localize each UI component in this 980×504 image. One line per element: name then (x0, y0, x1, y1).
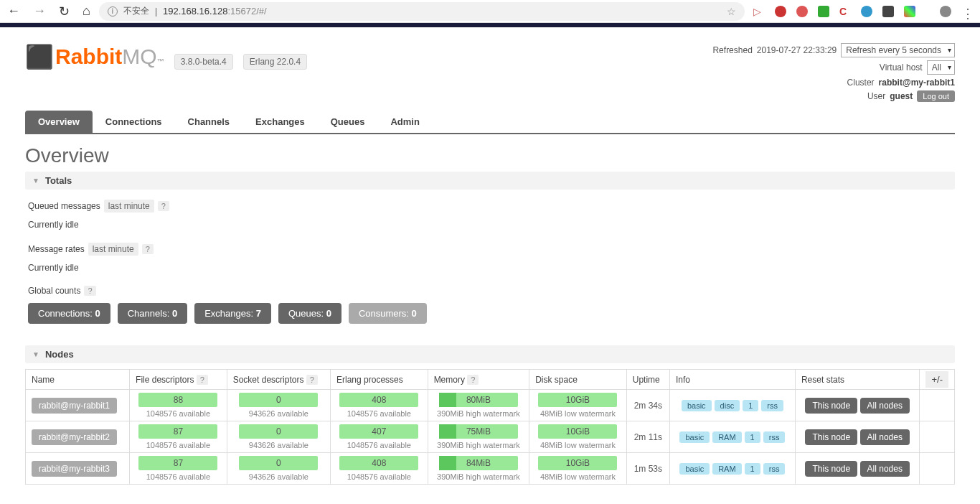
refreshed-timestamp: 2019-07-27 22:33:29 (757, 45, 837, 55)
info-tag[interactable]: basic (679, 431, 710, 443)
help-icon[interactable]: ? (467, 375, 479, 385)
count-exchanges[interactable]: Exchanges: 7 (194, 303, 271, 324)
bookmark-icon[interactable]: ☆ (727, 6, 736, 17)
tab-admin[interactable]: Admin (377, 111, 432, 133)
url-text: 192.168.16.128:15672/#/ (163, 6, 267, 17)
totals-section-header[interactable]: ▼ Totals (25, 172, 955, 190)
col-name[interactable]: Name (26, 370, 130, 390)
help-icon[interactable]: ? (306, 375, 318, 385)
count-connections[interactable]: Connections: 0 (28, 303, 110, 324)
col-disk[interactable]: Disk space (529, 370, 627, 390)
node-link[interactable]: rabbit@my-rabbit3 (32, 461, 117, 477)
nodes-table: Name File descriptors ? Socket descripto… (25, 369, 955, 485)
back-icon[interactable]: ← (7, 4, 20, 19)
col-sd[interactable]: Socket descriptors ? (227, 370, 330, 390)
info-tag[interactable]: basic (679, 463, 710, 475)
node-link[interactable]: rabbit@my-rabbit1 (32, 398, 117, 414)
idle-label: Currently idle (28, 263, 952, 273)
col-fd[interactable]: File descriptors ? (130, 370, 227, 390)
count-consumers[interactable]: Consumers: 0 (349, 303, 427, 324)
cluster-value: rabbit@my-rabbit1 (879, 78, 955, 88)
ext-icon[interactable] (818, 6, 829, 17)
col-info[interactable]: Info (669, 370, 795, 390)
ext-icon[interactable] (882, 6, 894, 17)
extension-icons: ▷ C ⋮ (753, 6, 973, 17)
info-tag[interactable]: disc (715, 400, 740, 411)
main-tabs: OverviewConnectionsChannelsExchangesQueu… (25, 111, 955, 134)
ext-icon[interactable] (796, 6, 808, 17)
ext-icon[interactable]: ▷ (753, 6, 765, 17)
rabbit-version: 3.8.0-beta.4 (174, 54, 233, 70)
info-tag[interactable]: 1 (745, 463, 760, 475)
info-tag[interactable]: 1 (745, 431, 760, 443)
ext-icon[interactable] (775, 6, 786, 17)
logout-button[interactable]: Log out (917, 90, 955, 102)
refresh-interval-select[interactable]: Refresh every 5 seconds (841, 43, 955, 57)
reset-button[interactable]: All nodes (860, 429, 910, 445)
time-range-tag[interactable]: last minute (104, 200, 154, 213)
col-reset[interactable]: Reset stats (795, 370, 920, 390)
table-row: rabbit@my-rabbit3871048576 available0943… (26, 453, 955, 485)
url-bar[interactable]: i 不安全 | 192.168.16.128:15672/#/ ☆ (99, 2, 745, 21)
forward-icon[interactable]: → (33, 4, 46, 19)
global-counts-label: Global counts (28, 286, 80, 296)
help-icon[interactable]: ? (142, 244, 154, 254)
nodes-section-header[interactable]: ▼ Nodes (25, 345, 955, 363)
count-queues[interactable]: Queues: 0 (278, 303, 341, 324)
insecure-label: 不安全 (123, 5, 149, 17)
reset-button[interactable]: This node (805, 429, 857, 445)
count-channels[interactable]: Channels: 0 (118, 303, 187, 324)
info-tag[interactable]: 1 (743, 400, 758, 411)
info-tag[interactable]: rss (763, 463, 786, 475)
chevron-down-icon: ▼ (32, 350, 39, 358)
vhost-label: Virtual host (880, 62, 923, 73)
browser-toolbar: ← → ↻ ⌂ i 不安全 | 192.168.16.128:15672/#/ … (0, 0, 980, 23)
reset-button[interactable]: All nodes (860, 461, 910, 477)
time-range-tag[interactable]: last minute (88, 243, 138, 256)
tab-channels[interactable]: Channels (175, 111, 243, 133)
tab-overview[interactable]: Overview (25, 111, 93, 133)
menu-icon[interactable]: ⋮ (961, 6, 973, 17)
table-row: rabbit@my-rabbit2871048576 available0943… (26, 421, 955, 453)
cluster-label: Cluster (847, 78, 875, 88)
user-value: guest (890, 91, 913, 101)
info-tag[interactable]: RAM (712, 463, 741, 475)
reset-button[interactable]: This node (805, 461, 857, 477)
reset-button[interactable]: All nodes (860, 398, 910, 414)
help-icon[interactable]: ? (158, 201, 169, 211)
col-uptime[interactable]: Uptime (626, 370, 669, 390)
idle-label: Currently idle (28, 220, 952, 230)
erlang-version: Erlang 22.0.4 (243, 54, 307, 70)
message-rates-label: Message rates (28, 244, 85, 254)
logo-area: ⬛ RabbitMQ™ 3.8.0-beta.4 Erlang 22.0.4 (25, 43, 307, 70)
node-link[interactable]: rabbit@my-rabbit2 (32, 429, 117, 445)
page-title: Overview (25, 144, 955, 167)
tab-exchanges[interactable]: Exchanges (242, 111, 318, 133)
table-row: rabbit@my-rabbit1881048576 available0943… (26, 390, 955, 421)
ext-icon[interactable] (861, 6, 872, 17)
queued-messages-label: Queued messages (28, 201, 100, 211)
ext-icon[interactable]: C (839, 6, 851, 17)
info-tag[interactable]: rss (763, 431, 786, 443)
help-icon[interactable]: ? (84, 286, 95, 296)
home-icon[interactable]: ⌂ (83, 4, 90, 19)
columns-toggle[interactable]: +/- (925, 371, 948, 388)
rabbitmq-logo[interactable]: ⬛ RabbitMQ™ (25, 43, 164, 70)
reload-icon[interactable]: ↻ (59, 4, 70, 19)
ext-icon[interactable] (904, 6, 915, 17)
reset-button[interactable]: This node (805, 398, 857, 414)
col-ep[interactable]: Erlang processes (331, 370, 428, 390)
info-tag[interactable]: RAM (712, 431, 741, 443)
user-label: User (867, 91, 885, 101)
info-tag[interactable]: basic (682, 400, 712, 411)
tab-queues[interactable]: Queues (318, 111, 378, 133)
churn-section-header[interactable]: ▶ Churn statistics (25, 500, 955, 504)
profile-icon[interactable] (940, 6, 951, 17)
col-mem[interactable]: Memory ? (428, 370, 529, 390)
tab-connections[interactable]: Connections (93, 111, 175, 133)
vhost-select[interactable]: All (927, 60, 955, 75)
info-tag[interactable]: rss (761, 400, 783, 411)
help-icon[interactable]: ? (197, 375, 208, 385)
logo-icon: ⬛ (25, 43, 54, 70)
info-icon[interactable]: i (108, 6, 118, 17)
